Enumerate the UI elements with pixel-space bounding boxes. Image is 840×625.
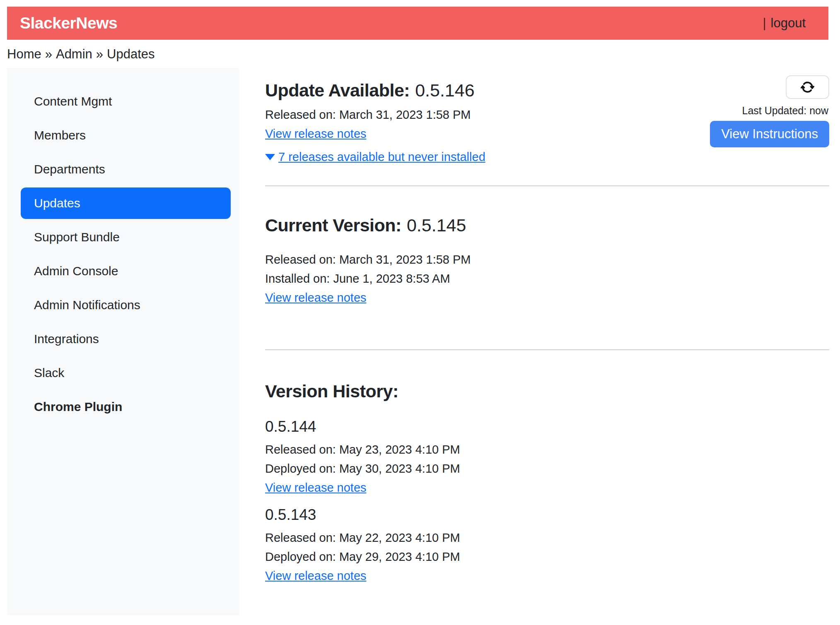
layout: Content Mgmt Members Departments Updates… [7, 68, 829, 615]
top-bar: SlackerNews | logout [7, 7, 828, 40]
refresh-button[interactable] [786, 75, 829, 99]
breadcrumb-current: Updates [107, 47, 154, 61]
breadcrumb-home[interactable]: Home [7, 47, 41, 61]
history-deployed-on-text: Deployed on: May 29, 2023 4:10 PM [265, 550, 829, 564]
current-version-section: Current Version:0.5.145 Released on: Mar… [265, 186, 829, 305]
logout-area: | logout [763, 16, 806, 31]
current-released-on-text: Released on: March 31, 2023 1:58 PM [265, 253, 829, 267]
update-available-title: Update Available: [265, 80, 410, 100]
history-version-number: 0.5.143 [265, 506, 829, 524]
current-version-heading: Current Version:0.5.145 [265, 215, 829, 236]
current-version-title: Current Version: [265, 215, 401, 235]
sidebar-item-content-mgmt[interactable]: Content Mgmt [7, 84, 239, 118]
never-installed-row: 7 releases available but never installed [265, 150, 829, 164]
breadcrumb: Home»Admin»Updates [7, 47, 840, 62]
release-notes-row: View release notes [265, 291, 829, 305]
brand-title: SlackerNews [20, 14, 117, 32]
version-history-entry: 0.5.144 Released on: May 23, 2023 4:10 P… [265, 418, 829, 495]
main-content: Last Updated: now View Instructions Upda… [239, 68, 829, 615]
view-release-notes-link[interactable]: View release notes [265, 481, 367, 494]
logout-link[interactable]: logout [771, 16, 806, 31]
release-notes-row: View release notes [265, 569, 829, 583]
breadcrumb-separator: » [45, 47, 52, 61]
history-released-on-text: Released on: May 23, 2023 4:10 PM [265, 443, 829, 457]
view-release-notes-link[interactable]: View release notes [265, 291, 367, 304]
caret-down-icon [265, 154, 275, 160]
sidebar: Content Mgmt Members Departments Updates… [7, 68, 239, 615]
sidebar-item-admin-console[interactable]: Admin Console [7, 254, 239, 288]
view-release-notes-link[interactable]: View release notes [265, 127, 367, 140]
version-history-heading: Version History: [265, 381, 829, 401]
breadcrumb-admin[interactable]: Admin [56, 47, 92, 61]
sidebar-item-departments[interactable]: Departments [7, 152, 239, 186]
view-instructions-button[interactable]: View Instructions [710, 121, 829, 147]
update-available-version: 0.5.146 [415, 80, 474, 100]
update-controls: Last Updated: now View Instructions [710, 75, 829, 147]
release-notes-row: View release notes [265, 481, 829, 495]
current-version-number: 0.5.145 [407, 215, 466, 235]
page: SlackerNews | logout Home»Admin»Updates … [0, 7, 840, 615]
history-deployed-on-text: Deployed on: May 30, 2023 4:10 PM [265, 462, 829, 476]
sidebar-item-chrome-plugin[interactable]: Chrome Plugin [7, 390, 239, 424]
history-version-number: 0.5.144 [265, 418, 829, 435]
refresh-icon [801, 80, 814, 94]
view-release-notes-link[interactable]: View release notes [265, 569, 367, 582]
history-released-on-text: Released on: May 22, 2023 4:10 PM [265, 531, 829, 545]
sidebar-item-members[interactable]: Members [7, 118, 239, 152]
version-history-section: Version History: 0.5.144 Released on: Ma… [265, 350, 829, 583]
sidebar-item-updates[interactable]: Updates [21, 188, 231, 219]
sidebar-item-integrations[interactable]: Integrations [7, 322, 239, 356]
current-installed-on-text: Installed on: June 1, 2023 8:53 AM [265, 272, 829, 286]
breadcrumb-separator: » [96, 47, 103, 61]
last-updated-text: Last Updated: now [742, 105, 828, 117]
logout-separator: | [763, 16, 766, 31]
sidebar-item-support-bundle[interactable]: Support Bundle [7, 220, 239, 254]
sidebar-item-admin-notifications[interactable]: Admin Notifications [7, 288, 239, 322]
never-installed-link[interactable]: 7 releases available but never installed [278, 150, 485, 164]
version-history-entry: 0.5.143 Released on: May 22, 2023 4:10 P… [265, 506, 829, 583]
sidebar-item-slack[interactable]: Slack [7, 356, 239, 390]
